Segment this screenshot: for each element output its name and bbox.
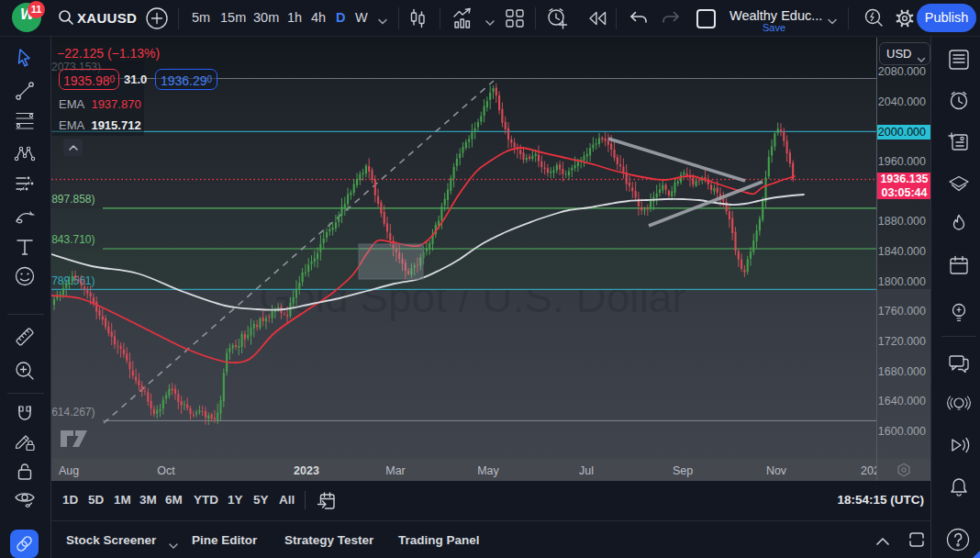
svg-text:(1897.858): (1897.858) <box>51 193 95 206</box>
svg-text:Aug: Aug <box>59 464 79 477</box>
svg-text:(1843.710): (1843.710) <box>51 233 95 246</box>
svg-text:Oct: Oct <box>157 464 175 477</box>
svg-text:2024: 2024 <box>861 464 876 477</box>
svg-text:Nov: Nov <box>766 464 787 477</box>
svg-text:Mar: Mar <box>385 464 406 477</box>
svg-text:2023: 2023 <box>294 464 319 477</box>
svg-text:Sep: Sep <box>673 464 693 477</box>
svg-text:Jul: Jul <box>579 464 594 477</box>
svg-text:May: May <box>477 464 499 477</box>
svg-text:(1614.267): (1614.267) <box>51 406 95 418</box>
